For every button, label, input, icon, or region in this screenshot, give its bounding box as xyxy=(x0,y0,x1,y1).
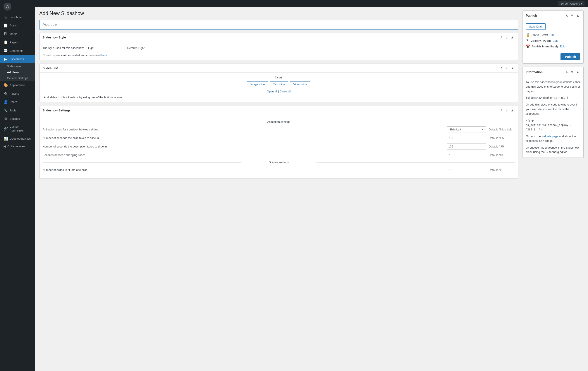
slides-list-body: Insert: Image slide Text slide Video sli… xyxy=(40,73,518,102)
settings-row-animation-type: Animation used for transition between sl… xyxy=(42,127,515,132)
screen-options-button[interactable]: Screen Options ▾ xyxy=(558,1,585,6)
screen-options-label: Screen Options xyxy=(560,2,580,5)
information-header: Information ∧ ∨ ▲ xyxy=(523,67,583,77)
publish-panel-title: Publish xyxy=(526,14,537,17)
publish-panel: Publish ∧ ∨ ▲ Save Draft 🔒 Status: Draft… xyxy=(523,11,584,64)
publish-button[interactable]: Publish xyxy=(560,53,580,60)
sidebar-item-label: Google Analytics xyxy=(10,137,31,141)
slides-per-slide-input[interactable] xyxy=(447,167,486,173)
style-default-text: Default: 'Light' xyxy=(127,46,145,50)
slide-seconds-default: Default: '1.5' xyxy=(489,136,515,140)
sidebar-item-custom-permalinks[interactable]: 🔗 Custom Permalinks xyxy=(0,123,35,134)
style-label-text: The style used for this slideshow xyxy=(42,46,84,50)
topbar: Screen Options ▾ xyxy=(35,0,588,7)
sidebar-item-slideshows[interactable]: ▶ Slideshows xyxy=(0,55,35,63)
publish-panel-up-button[interactable]: ∧ xyxy=(565,13,569,18)
sidebar-item-plugins[interactable]: 🔌 Plugins xyxy=(0,90,35,98)
custom-note-prefix: Custom styles can be created and customi… xyxy=(42,54,102,57)
widgets-page-link[interactable]: widgets page xyxy=(542,135,558,138)
text-slide-button[interactable]: Text slide xyxy=(270,81,288,87)
slides-per-slide-default: Default: '1' xyxy=(489,168,515,172)
video-slide-button[interactable]: Video slide xyxy=(290,81,310,87)
info-panel-down-button[interactable]: ∨ xyxy=(570,69,574,75)
sidebar-item-settings[interactable]: ⚙ Settings xyxy=(0,115,35,123)
open-all-link[interactable]: Open all xyxy=(267,90,277,93)
status-edit-link[interactable]: Edit xyxy=(550,33,554,36)
sidebar-item-label: Media xyxy=(10,32,17,36)
insert-label: Insert: xyxy=(42,76,515,79)
publish-time-edit-link[interactable]: Edit xyxy=(560,45,565,48)
slides-per-slide-label: Number of slides to fit into one slide xyxy=(42,168,444,172)
info-panel-minimize-button[interactable]: ▲ xyxy=(575,69,580,75)
panel-collapse-up-button[interactable]: ∧ xyxy=(499,35,504,40)
between-seconds-input[interactable] xyxy=(447,152,486,158)
slides-panel-down-button[interactable]: ∨ xyxy=(504,66,509,70)
status-value: Draft xyxy=(542,33,548,36)
information-panel: Information ∧ ∨ ▲ To use this slideshow … xyxy=(523,67,584,158)
custom-styles-link[interactable]: here xyxy=(102,54,107,57)
visibility-label: Visibility: xyxy=(531,39,542,42)
slide-seconds-input[interactable] xyxy=(447,135,486,141)
info-panel-up-button[interactable]: ∧ xyxy=(565,69,569,75)
sidebar-item-dashboard[interactable]: ⊞ Dashboard xyxy=(0,13,35,22)
between-seconds-default: Default: '10' xyxy=(489,153,515,157)
separator: | xyxy=(278,90,280,93)
right-sidebar: Publish ∧ ∨ ▲ Save Draft 🔒 Status: Draft… xyxy=(523,11,584,158)
sidebar-item-label: Comments xyxy=(10,49,23,53)
settings-row-slide-seconds: Number of seconds the slide takes to sli… xyxy=(42,135,515,141)
title-input[interactable] xyxy=(39,20,518,29)
sidebar-item-users[interactable]: 👤 Users xyxy=(0,98,35,106)
save-draft-button[interactable]: Save Draft xyxy=(526,23,546,30)
publish-panel-controls: ∧ ∨ ▲ xyxy=(565,13,580,18)
slide-seconds-label: Number of seconds the slide takes to sli… xyxy=(42,136,444,140)
submenu-item-general-settings[interactable]: General Settings xyxy=(3,75,35,81)
sidebar-item-appearance[interactable]: 🎨 Appearance xyxy=(0,81,35,89)
sidebar-item-comments[interactable]: 💬 Comments xyxy=(0,47,35,55)
slideshow-settings-panel: Slideshow Settings ∧ ∨ ▲ Animation setti… xyxy=(39,106,518,179)
slides-panel-minimize-button[interactable]: ▲ xyxy=(510,66,515,70)
animation-type-select[interactable]: Slide Left Fade None xyxy=(447,127,486,132)
info-line-4: Or choose this slideshow in the Slidesho… xyxy=(526,145,580,155)
main-content: Screen Options ▾ Add New Slideshow Slide… xyxy=(35,0,588,371)
close-all-link[interactable]: Close all xyxy=(280,90,291,93)
settings-panel-minimize-button[interactable]: ▲ xyxy=(510,108,515,112)
publish-panel-down-button[interactable]: ∨ xyxy=(570,13,574,18)
sidebar-navigation: ⊞ Dashboard 📄 Posts 🖼 Media 📋 Pages 💬 Co… xyxy=(0,13,35,371)
collapse-menu-button[interactable]: ◀ Collapse menu xyxy=(0,143,35,150)
publish-panel-minimize-button[interactable]: ▲ xyxy=(575,13,580,18)
collapse-label: Collapse menu xyxy=(7,145,26,148)
info-php-code: <?php do_action('slideshow_deploy', '369… xyxy=(526,119,580,132)
sidebar-item-google-analytics[interactable]: 📊 Google Analytics xyxy=(0,135,35,143)
sidebar: W ⊞ Dashboard 📄 Posts 🖼 Media 📋 Pages 💬 … xyxy=(0,0,35,371)
media-icon: 🖼 xyxy=(3,32,8,36)
settings-panel-down-button[interactable]: ∨ xyxy=(504,108,509,112)
slideshow-style-panel: Slideshow Style ∧ ∨ ▲ The style used for… xyxy=(39,33,518,60)
submenu-item-slideshows[interactable]: Slideshows xyxy=(3,63,35,69)
sidebar-logo: W xyxy=(0,0,35,13)
sidebar-item-posts[interactable]: 📄 Posts xyxy=(0,22,35,30)
settings-panel-up-button[interactable]: ∧ xyxy=(499,108,504,112)
visibility-edit-link[interactable]: Edit xyxy=(553,39,557,42)
slideshow-settings-header: Slideshow Settings ∧ ∨ ▲ xyxy=(40,106,518,115)
sidebar-item-pages[interactable]: 📋 Pages xyxy=(0,38,35,46)
slides-list-header: Slides List ∧ ∨ ▲ xyxy=(40,64,518,73)
content-main: Add New Slideshow Slideshow Style ∧ ∨ ▲ … xyxy=(39,11,518,182)
publish-time-label: Publish xyxy=(531,45,541,48)
sidebar-item-media[interactable]: 🖼 Media xyxy=(0,30,35,38)
slides-panel-up-button[interactable]: ∧ xyxy=(499,66,504,70)
sidebar-item-label: Settings xyxy=(10,117,20,121)
description-seconds-input[interactable] xyxy=(447,143,486,149)
screen-options-chevron-icon: ▾ xyxy=(581,2,582,5)
insert-buttons: Image slide Text slide Video slide xyxy=(42,81,515,87)
style-row: The style used for this slideshow Light … xyxy=(42,45,515,51)
image-slide-button[interactable]: Image slide xyxy=(247,81,268,87)
panel-minimize-button[interactable]: ▲ xyxy=(510,35,515,40)
slides-per-slide-input-wrap xyxy=(447,167,486,173)
style-select[interactable]: Light Dark Custom xyxy=(86,45,125,51)
sidebar-item-tools[interactable]: 🔧 Tools xyxy=(0,106,35,115)
submenu-item-add-new[interactable]: Add New xyxy=(3,69,35,75)
panel-collapse-down-button[interactable]: ∨ xyxy=(504,35,509,40)
collapse-arrow-icon: ◀ xyxy=(3,145,6,148)
slide-seconds-input-wrap xyxy=(447,135,486,141)
slides-list-panel: Slides List ∧ ∨ ▲ Insert: Image slide Te… xyxy=(39,64,518,102)
